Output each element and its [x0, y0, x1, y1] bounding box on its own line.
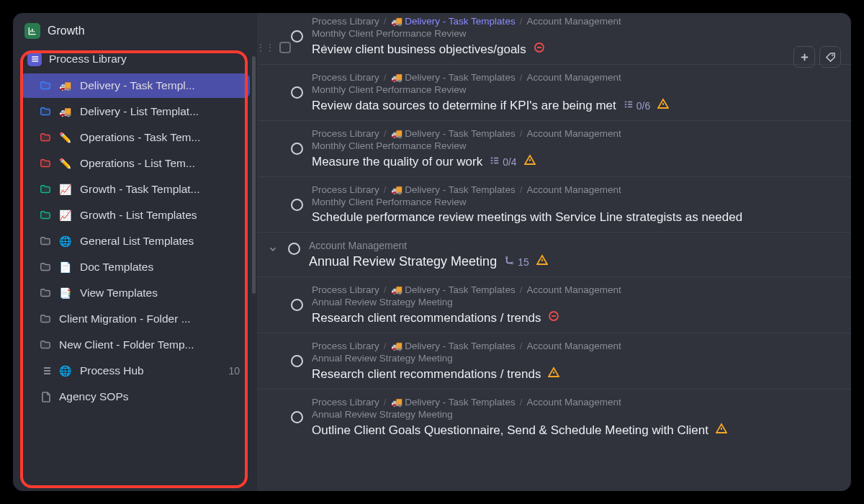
task-context: Monthly Client Performance Review [312, 140, 838, 151]
task-row[interactable]: Process Library/ 🚚 Delivery - Task Templ… [258, 333, 851, 389]
sidebar-item-general-list[interactable]: 🌐 General List Templates [20, 229, 250, 253]
status-circle[interactable] [291, 355, 303, 367]
sidebar-library-label: Process Library [49, 53, 127, 66]
sidebar-item-growth-list[interactable]: 📈 Growth - List Templates [20, 203, 250, 228]
status-circle[interactable] [288, 243, 300, 255]
main-content: ⋮⋮ Process Library/ 🚚 Delivery - Task Te… [258, 13, 851, 491]
emoji-icon: 📈 [59, 210, 71, 221]
status-circle[interactable] [291, 86, 303, 99]
folder-icon [39, 79, 52, 92]
sidebar-item-new-client[interactable]: New Client - Folder Temp... [20, 333, 250, 357]
sidebar-item-label: Process Hub [80, 364, 144, 377]
emoji-icon: 🚚 [59, 80, 71, 91]
parent-task-row[interactable]: Account Management Annual Review Strateg… [258, 232, 851, 276]
task-title: Measure the quality of our work 0/4 [312, 154, 838, 169]
task-list: ⋮⋮ Process Library/ 🚚 Delivery - Task Te… [258, 13, 851, 445]
sidebar-item-process-hub[interactable]: 🌐 Process Hub 10 [20, 359, 250, 383]
space-title: Growth [48, 24, 85, 37]
task-breadcrumb: Process Library/ 🚚 Delivery - Task Templ… [312, 284, 838, 295]
sidebar-item-label: Agency SOPs [59, 390, 129, 403]
warning-icon [536, 254, 548, 269]
sidebar-library[interactable]: Process Library [20, 46, 250, 72]
task-row[interactable]: ⋮⋮ Process Library/ 🚚 Delivery - Task Te… [258, 13, 851, 64]
task-row[interactable]: Process Library/ 🚚 Delivery - Task Templ… [258, 120, 851, 176]
select-checkbox[interactable] [279, 42, 291, 53]
folder-icon [39, 287, 52, 300]
status-circle[interactable] [291, 30, 303, 42]
sidebar-item-delivery-task[interactable]: 🚚 Delivery - Task Templ... [20, 73, 250, 98]
sidebar-item-doc-templates[interactable]: 📄 Doc Templates [20, 255, 250, 279]
folder-icon [39, 261, 52, 274]
task-row[interactable]: Process Library/ 🚚 Delivery - Task Templ… [258, 176, 851, 232]
sidebar-item-label: General List Templates [80, 235, 194, 248]
sidebar-item-label: Operations - List Tem... [80, 157, 195, 170]
chart-icon [24, 23, 40, 39]
sidebar-item-client-migration[interactable]: Client Migration - Folder ... [20, 307, 250, 331]
task-title: Review data sources to determine if KPI'… [312, 98, 838, 113]
folder-icon [39, 157, 52, 170]
parent-title: Annual Review Strategy Meeting 15 [309, 254, 838, 269]
status-circle[interactable] [291, 143, 303, 155]
folder-icon [39, 183, 52, 196]
folder-icon [39, 209, 52, 222]
sidebar-item-operations-list[interactable]: ✏️ Operations - List Tem... [20, 151, 250, 176]
sidebar-item-agency-sops[interactable]: Agency SOPs [20, 384, 250, 409]
task-context: Monthly Client Performance Review [312, 84, 838, 95]
subtask-count: 15 [504, 256, 529, 269]
task-context: Monthly Client Performance Review [312, 28, 838, 39]
folder-icon [39, 235, 52, 248]
sidebar-item-view-templates[interactable]: 📑 View Templates [20, 281, 250, 305]
sidebar-list: Process Library 🚚 Delivery - Task Templ.… [17, 46, 253, 409]
task-breadcrumb: Process Library/ 🚚 Delivery - Task Templ… [312, 341, 838, 351]
chevron-down-icon[interactable] [268, 244, 278, 254]
status-circle[interactable] [291, 299, 303, 311]
library-icon [27, 52, 42, 66]
space-header[interactable]: Growth [17, 19, 253, 46]
sidebar-item-label: Delivery - Task Templ... [80, 79, 195, 92]
task-title: Schedule performance review meetings wit… [312, 210, 838, 225]
emoji-icon: 📄 [59, 261, 71, 273]
emoji-icon: 📑 [59, 287, 71, 299]
task-context: Annual Review Strategy Meeting [312, 297, 838, 307]
doc-icon [39, 390, 52, 403]
emoji-icon: ✏️ [59, 132, 71, 143]
sidebar-item-label: Doc Templates [80, 261, 153, 274]
folder-icon [39, 338, 52, 351]
task-title: Research client recommendations / trends [312, 366, 838, 382]
emoji-icon: ✏️ [59, 158, 71, 169]
warning-icon [657, 98, 669, 113]
drag-handle[interactable]: ⋮⋮ [258, 42, 330, 53]
task-title: Outline Client Goals Questionnaire, Send… [312, 423, 838, 438]
task-context: Annual Review Strategy Meeting [312, 353, 838, 364]
task-row[interactable]: Process Library/ 🚚 Delivery - Task Templ… [258, 276, 851, 333]
task-context: Annual Review Strategy Meeting [312, 409, 838, 420]
sidebar-item-label: Growth - Task Templat... [80, 183, 200, 196]
folder-icon [39, 131, 52, 144]
warning-icon [548, 366, 559, 382]
subtask-count: 0/4 [490, 156, 516, 168]
task-title: Review client business objectives/goals [312, 42, 838, 57]
sidebar-scrollbar[interactable] [252, 56, 256, 294]
sidebar-item-growth-task[interactable]: 📈 Growth - Task Templat... [20, 177, 250, 202]
folder-icon [39, 312, 52, 325]
sidebar-item-delivery-list[interactable]: 🚚 Delivery - List Templat... [20, 99, 250, 124]
status-circle[interactable] [291, 199, 303, 211]
sidebar-item-count: 10 [228, 365, 243, 377]
sidebar: Growth Process Library 🚚 Delivery - Task… [13, 13, 258, 491]
folder-icon [39, 105, 52, 118]
sidebar-item-operations-task[interactable]: ✏️ Operations - Task Tem... [20, 125, 250, 150]
task-breadcrumb: Process Library/ 🚚 Delivery - Task Templ… [312, 16, 838, 27]
sidebar-item-label: Client Migration - Folder ... [59, 312, 191, 325]
subtask-count: 0/6 [624, 99, 650, 112]
task-row[interactable]: Process Library/ 🚚 Delivery - Task Templ… [258, 389, 851, 445]
task-breadcrumb: Process Library/ 🚚 Delivery - Task Templ… [312, 72, 838, 83]
task-title: Research client recommendations / trends [312, 310, 838, 325]
warning-icon [716, 423, 727, 438]
task-row[interactable]: Process Library/ 🚚 Delivery - Task Templ… [258, 64, 851, 120]
sidebar-item-label: Operations - Task Tem... [80, 131, 200, 144]
status-circle[interactable] [291, 411, 303, 423]
sidebar-item-label: Delivery - List Templat... [80, 105, 199, 118]
task-breadcrumb: Process Library/ 🚚 Delivery - Task Templ… [312, 128, 838, 139]
drag-icon: ⋮⋮ [258, 42, 275, 53]
emoji-icon: 🚚 [59, 106, 71, 117]
